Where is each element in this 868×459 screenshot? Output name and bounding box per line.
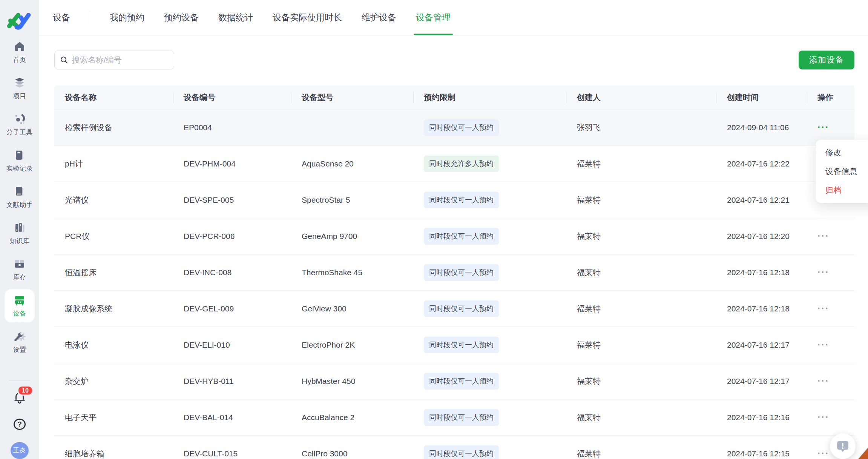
sidebar-item-equipment[interactable]: 设备 — [5, 289, 35, 322]
cell-creator: 张羽飞 — [566, 122, 716, 133]
user-avatar[interactable]: 王炎 — [11, 442, 29, 459]
sidebar-item-experiment-records[interactable]: 实验记录 — [3, 143, 36, 179]
cell-device-model: ElectroPhor 2K — [291, 340, 413, 350]
menu-item-device-info[interactable]: 设备信息 — [816, 162, 868, 181]
cell-created-time: 2024-07-16 12:17 — [716, 340, 807, 350]
cell-creator: 福莱特 — [566, 303, 716, 314]
cell-creator: 福莱特 — [566, 412, 716, 423]
table-row[interactable]: 细胞培养箱DEV-CULT-015CellPro 3000同时段仅可一人预约福莱… — [54, 436, 854, 459]
row-actions-button[interactable]: ··· — [817, 123, 829, 132]
cell-reservation-limit: 同时段仅可一人预约 — [413, 228, 566, 245]
tab-data-statistics[interactable]: 数据统计 — [218, 0, 253, 35]
sidebar-item-literature-assistant[interactable]: 文献助手 — [3, 179, 36, 215]
sidebar-item-label: 实验记录 — [6, 164, 33, 173]
sidebar-item-label: 库存 — [13, 273, 26, 282]
search-input[interactable] — [72, 55, 169, 65]
reservation-limit-badge: 同时段仅可一人预约 — [424, 373, 499, 390]
cell-reservation-limit: 同时段仅可一人预约 — [413, 119, 566, 136]
cell-device-model: AccuBalance 2 — [291, 413, 413, 422]
cell-device-name: PCR仪 — [54, 231, 173, 242]
sidebar-item-molecule-tools[interactable]: 分子工具 — [3, 106, 36, 143]
table-row[interactable]: 恒温摇床DEV-INC-008ThermoShake 45同时段仅可一人预约福莱… — [54, 254, 854, 291]
row-context-menu: 修改设备信息归档 — [816, 140, 868, 203]
tab-usage-duration[interactable]: 设备实际使用时长 — [273, 0, 342, 35]
column-header: 操作 — [807, 92, 854, 103]
row-actions-button[interactable]: ··· — [817, 304, 829, 314]
row-actions-button[interactable]: ··· — [817, 340, 829, 350]
reservation-limit-badge: 同时段允许多人预约 — [424, 156, 499, 172]
help-button[interactable]: ? — [14, 419, 26, 430]
sidebar-item-settings[interactable]: 设置 — [3, 324, 36, 360]
sidebar-item-label: 分子工具 — [6, 128, 33, 137]
molecule-tools-icon — [13, 112, 26, 125]
table-row[interactable]: pH计DEV-PHM-004AquaSense 20同时段允许多人预约福莱特20… — [54, 146, 854, 182]
row-actions-button[interactable]: ··· — [817, 449, 829, 459]
cell-creator: 福莱特 — [566, 267, 716, 278]
tab-my-reservations[interactable]: 我的预约 — [110, 0, 144, 35]
search-box[interactable] — [54, 51, 174, 69]
table-row[interactable]: 电子天平DEV-BAL-014AccuBalance 2同时段仅可一人预约福莱特… — [54, 399, 854, 436]
tab-maintenance[interactable]: 维护设备 — [362, 0, 396, 35]
column-header: 预约限制 — [413, 92, 566, 103]
cell-device-name: 恒温摇床 — [54, 267, 173, 278]
cell-device-name: 检索样例设备 — [54, 122, 173, 133]
sidebar-item-projects[interactable]: 项目 — [3, 70, 36, 106]
sidebar-item-label: 设置 — [13, 345, 26, 354]
reservation-limit-badge: 同时段仅可一人预约 — [424, 445, 499, 459]
row-actions-button[interactable]: ··· — [817, 413, 829, 422]
sidebar-item-inventory[interactable]: 库存 — [3, 251, 36, 288]
cell-actions: ··· — [807, 231, 854, 241]
table-row[interactable]: 杂交炉DEV-HYB-011HybMaster 450同时段仅可一人预约福莱特2… — [54, 363, 854, 399]
table-row[interactable]: 光谱仪DEV-SPE-005SpectroStar 5同时段仅可一人预约福莱特2… — [54, 182, 854, 218]
sidebar-item-label: 文献助手 — [6, 200, 33, 209]
tab-equipment[interactable]: 设备 — [53, 0, 70, 35]
cell-device-name: 细胞培养箱 — [54, 448, 173, 459]
cell-device-code: DEV-INC-008 — [173, 268, 291, 277]
menu-item-edit[interactable]: 修改 — [816, 143, 868, 162]
column-header: 创建人 — [566, 92, 716, 103]
sidebar-item-label: 项目 — [13, 92, 26, 100]
cell-device-model: GeneAmp 9700 — [291, 232, 413, 241]
tab-equipment-management[interactable]: 设备管理 — [416, 0, 451, 35]
sidebar-item-knowledge-base[interactable]: 知识库 — [3, 215, 36, 251]
cell-created-time: 2024-07-16 12:17 — [716, 377, 807, 386]
add-equipment-button[interactable]: 添加设备 — [799, 51, 854, 69]
equipment-icon — [13, 294, 26, 307]
row-actions-button[interactable]: ··· — [817, 231, 829, 241]
cell-device-name: 电子天平 — [54, 412, 173, 423]
cell-device-code: DEV-PHM-004 — [173, 159, 291, 168]
question-mark-icon: ? — [17, 420, 22, 428]
table-row[interactable]: 凝胶成像系统DEV-GEL-009GelView 300同时段仅可一人预约福莱特… — [54, 291, 854, 327]
cell-actions: ··· — [807, 376, 854, 386]
reservation-limit-badge: 同时段仅可一人预约 — [424, 119, 499, 136]
cell-device-code: DEV-BAL-014 — [173, 413, 291, 422]
table-row[interactable]: 电泳仪DEV-ELI-010ElectroPhor 2K同时段仅可一人预约福莱特… — [54, 327, 854, 363]
cell-created-time: 2024-07-16 12:18 — [716, 268, 807, 277]
feedback-button[interactable] — [830, 433, 856, 459]
search-icon — [60, 56, 68, 64]
cell-created-time: 2024-07-16 12:21 — [716, 196, 807, 205]
row-actions-button[interactable]: ··· — [817, 268, 829, 277]
column-header: 创建时间 — [716, 92, 807, 103]
notifications-button[interactable]: 10 — [13, 391, 26, 406]
cell-creator: 福莱特 — [566, 195, 716, 205]
menu-item-archive[interactable]: 归档 — [816, 181, 868, 200]
sidebar-item-home[interactable]: 首页 — [3, 34, 36, 70]
table-header-row: 设备名称设备编号设备型号预约限制创建人创建时间操作 — [54, 85, 854, 109]
home-icon — [13, 40, 26, 53]
cell-creator: 福莱特 — [566, 448, 716, 459]
tab-reserve-equipment[interactable]: 预约设备 — [164, 0, 199, 35]
sidebar: 首页项目分子工具实验记录文献助手知识库库存设备设置 10 ? 王炎 — [0, 0, 39, 459]
cell-reservation-limit: 同时段仅可一人预约 — [413, 300, 566, 317]
table-row[interactable]: PCR仪DEV-PCR-006GeneAmp 9700同时段仅可一人预约福莱特2… — [54, 218, 854, 254]
reservation-limit-badge: 同时段仅可一人预约 — [424, 300, 499, 317]
cell-device-name: 凝胶成像系统 — [54, 303, 173, 314]
row-actions-button[interactable]: ··· — [817, 376, 829, 386]
app-logo[interactable] — [6, 9, 33, 31]
settings-icon — [13, 330, 26, 343]
sidebar-divider — [9, 380, 31, 381]
ky-logo-icon — [6, 10, 33, 30]
cell-device-model: GelView 300 — [291, 304, 413, 313]
cell-created-time: 2024-07-16 12:20 — [716, 232, 807, 241]
table-row[interactable]: 检索样例设备EP0004同时段仅可一人预约张羽飞2024-09-04 11:06… — [54, 109, 854, 146]
